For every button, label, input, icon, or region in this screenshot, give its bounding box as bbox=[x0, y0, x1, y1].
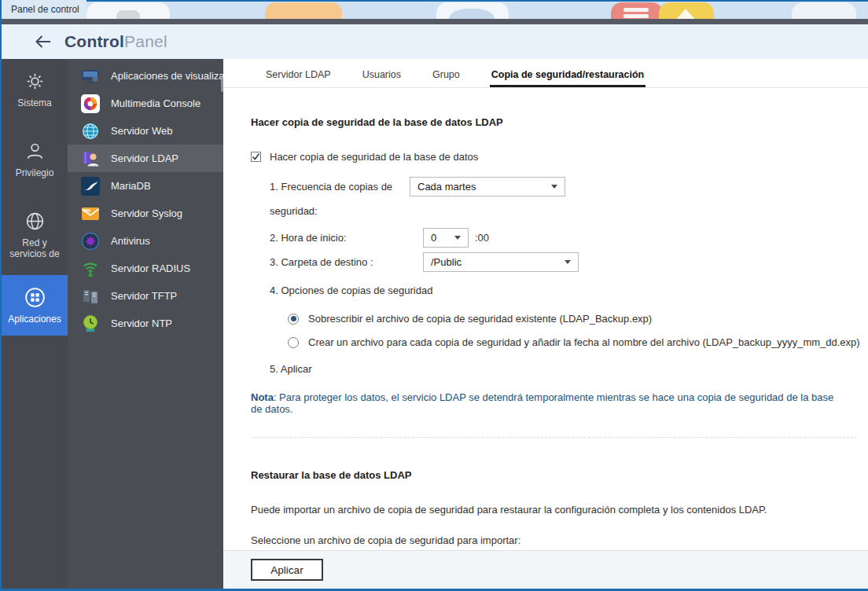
tab-grupo[interactable]: Grupo bbox=[431, 69, 462, 87]
sidebar-item-label: Aplicaciones bbox=[5, 314, 64, 325]
sidebar-item-label: Sistema bbox=[5, 97, 64, 108]
app-item-label: Servidor NTP bbox=[111, 318, 172, 329]
ntp-icon bbox=[81, 314, 100, 333]
gear-icon bbox=[5, 69, 64, 93]
white-app-blob bbox=[792, 2, 856, 19]
app-item-servidor-radius[interactable]: Servidor RADIUS bbox=[68, 255, 223, 282]
apply-button[interactable]: Aplicar bbox=[251, 559, 323, 581]
create-dated-backup-radio[interactable] bbox=[288, 337, 299, 348]
app-item-servidor-web[interactable]: Servidor Web bbox=[68, 117, 223, 145]
back-arrow-icon[interactable] bbox=[33, 31, 53, 52]
frequency-label: 1. Frecuencia de copias de seguridad: bbox=[270, 174, 410, 223]
restore-description: Puede importar un archivo de copia de se… bbox=[251, 504, 868, 516]
destination-label: 3. Carpeta de destino : bbox=[270, 252, 423, 272]
destination-select[interactable]: /Public bbox=[423, 252, 579, 272]
backup-note: Nota: Para proteger los datos, el servic… bbox=[251, 391, 840, 415]
note-text: : Para proteger los datos, el servicio L… bbox=[251, 391, 833, 415]
backup-options-label: 4. Opciones de copias de seguridad bbox=[270, 284, 868, 296]
app-list: Aplicaciones de visualiza… Multimedia Co… bbox=[68, 59, 223, 589]
main-panel: Servidor LDAP Usuarios Grupo Copia de se… bbox=[223, 59, 868, 589]
app-item-aplicaciones-de-visualizacion[interactable]: Aplicaciones de visualiza… bbox=[68, 62, 223, 90]
web-server-icon bbox=[81, 122, 100, 141]
page-title: ControlPanel bbox=[64, 32, 167, 51]
note-prefix: Nota bbox=[251, 391, 274, 403]
destination-selected-value: /Public bbox=[431, 256, 462, 268]
tab-servidor-ldap[interactable]: Servidor LDAP bbox=[264, 69, 333, 87]
enable-backup-checkbox[interactable] bbox=[251, 152, 261, 162]
page-title-bold: Control bbox=[64, 32, 124, 50]
frequency-select[interactable]: Cada martes bbox=[410, 177, 565, 196]
app-item-mariadb[interactable]: MariaDB bbox=[68, 172, 223, 200]
user-icon bbox=[5, 139, 64, 163]
section-divider bbox=[251, 437, 857, 438]
syslog-icon bbox=[81, 204, 100, 223]
app-item-label: Servidor TFTP bbox=[111, 290, 177, 302]
database-app-blob bbox=[436, 2, 509, 19]
antivirus-icon bbox=[81, 232, 100, 251]
start-time-selected-value: 0 bbox=[431, 232, 436, 244]
window-top-border bbox=[86, 0, 868, 2]
tab-usuarios[interactable]: Usuarios bbox=[361, 69, 403, 87]
yellow-app-glyph bbox=[675, 9, 697, 19]
app-header: ControlPanel bbox=[2, 24, 868, 59]
radius-icon bbox=[81, 259, 100, 278]
app-item-servidor-ntp[interactable]: Servidor NTP bbox=[68, 310, 223, 337]
app-item-label: Multimedia Console bbox=[111, 97, 200, 109]
sidebar-item-aplicaciones[interactable]: Aplicaciones bbox=[2, 275, 68, 336]
app-item-servidor-syslog[interactable]: Servidor Syslog bbox=[68, 200, 223, 227]
app-item-label: Antivirus bbox=[111, 235, 150, 247]
multimedia-console-icon bbox=[81, 94, 100, 113]
sidebar-item-privilegio[interactable]: Privilegio bbox=[2, 129, 68, 189]
taskbar-tab-panel-de-control[interactable]: Panel de control bbox=[2, 0, 86, 19]
app-item-label: Servidor Web bbox=[111, 125, 173, 137]
app-item-label: MariaDB bbox=[111, 180, 151, 192]
overwrite-backup-label: Sobrescribir el archivo de copia de segu… bbox=[308, 313, 652, 325]
sidebar-item-label: Red y servicios de bbox=[5, 237, 64, 259]
chevron-down-icon bbox=[454, 236, 461, 240]
gear-app-blob bbox=[86, 2, 170, 19]
globe-icon bbox=[5, 209, 64, 233]
apps-grid-icon bbox=[5, 285, 64, 309]
app-item-label: Aplicaciones de visualiza… bbox=[111, 70, 223, 82]
display-icon bbox=[81, 67, 100, 86]
start-time-select[interactable]: 0 bbox=[423, 228, 469, 248]
app-item-servidor-ldap[interactable]: Servidor LDAP bbox=[68, 145, 223, 172]
category-sidebar: Sistema Privilegio Red y servicios de Ap… bbox=[2, 59, 68, 589]
restore-section-heading: Restaurar la base de datos LDAP bbox=[251, 469, 868, 481]
app-item-label: Servidor LDAP bbox=[111, 152, 178, 164]
app-item-label: Servidor Syslog bbox=[111, 207, 182, 219]
start-time-label: 2. Hora de inicio: bbox=[270, 228, 423, 248]
app-item-multimedia-console[interactable]: Multimedia Console bbox=[68, 90, 223, 117]
backup-section-heading: Hacer copia de seguridad de la base de d… bbox=[251, 116, 868, 128]
red-app-blob bbox=[611, 2, 663, 19]
tab-copia-seguridad-restauracion[interactable]: Copia de seguridad/restauración bbox=[490, 69, 646, 87]
footer-bar: Aplicar bbox=[223, 550, 868, 589]
overwrite-backup-radio[interactable] bbox=[288, 314, 299, 325]
app-item-servidor-tftp[interactable]: Servidor TFTP bbox=[68, 282, 223, 310]
mariadb-icon bbox=[81, 177, 100, 196]
ldap-server-icon bbox=[81, 149, 100, 168]
desktop-strip: Panel de control bbox=[2, 0, 868, 19]
window-title-strip bbox=[2, 19, 868, 24]
sidebar-item-red-y-servicios[interactable]: Red y servicios de bbox=[2, 199, 68, 270]
tab-bar: Servidor LDAP Usuarios Grupo Copia de se… bbox=[223, 59, 868, 88]
restore-select-label: Seleccione un archivo de copia de seguri… bbox=[251, 534, 868, 546]
apply-step-label: 5. Aplicar bbox=[270, 363, 868, 375]
database-app-glyph bbox=[449, 9, 495, 19]
tftp-icon bbox=[81, 287, 100, 306]
sidebar-item-label: Privilegio bbox=[5, 167, 64, 178]
sidebar-item-sistema[interactable]: Sistema bbox=[2, 59, 68, 119]
tab-content: Hacer copia de seguridad de la base de d… bbox=[223, 88, 868, 550]
chevron-down-icon bbox=[551, 185, 557, 189]
create-dated-backup-label: Crear un archivo para cada copia de segu… bbox=[308, 336, 860, 348]
gear-app-glyph bbox=[116, 10, 140, 19]
page-title-light: Panel bbox=[124, 32, 167, 50]
yellow-app-blob bbox=[659, 2, 714, 19]
control-panel-window: Panel de control ControlPanel Sistema Pr bbox=[0, 0, 868, 591]
chevron-down-icon bbox=[565, 260, 571, 264]
enable-backup-label: Hacer copia de seguridad de la base de d… bbox=[270, 151, 478, 163]
scrollbar-thumb[interactable] bbox=[221, 76, 223, 92]
folder-app-blob bbox=[265, 2, 342, 19]
app-item-antivirus[interactable]: Antivirus bbox=[68, 227, 223, 255]
minutes-suffix: :00 bbox=[475, 228, 489, 248]
